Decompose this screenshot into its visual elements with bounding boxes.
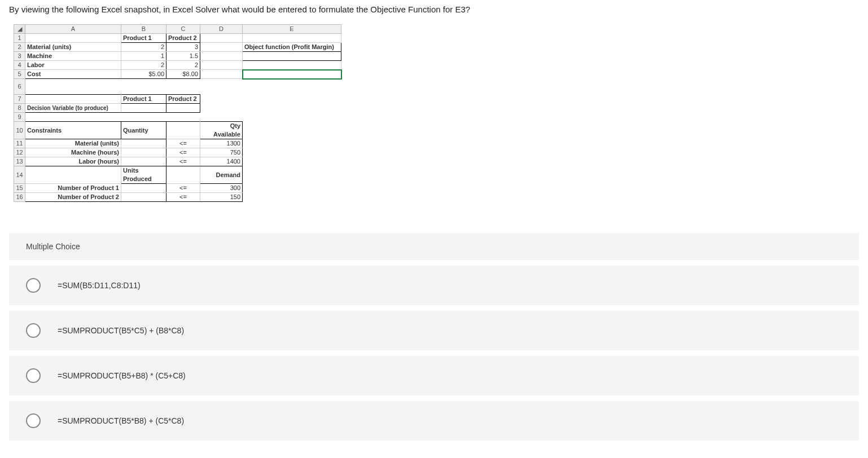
cell xyxy=(121,193,166,202)
option-text: =SUMPRODUCT(B5*C5) + (B8*C8) xyxy=(58,326,184,335)
cell: Product 1 xyxy=(121,95,166,104)
row-header: 5 xyxy=(14,70,25,79)
cell: 150 xyxy=(200,193,243,202)
cell: <= xyxy=(166,139,200,148)
cell: Product 1 xyxy=(121,34,166,43)
question-text: By viewing the following Excel snapshot,… xyxy=(9,5,859,14)
cell: Qty Available xyxy=(200,122,243,139)
cell: <= xyxy=(166,157,200,166)
cell xyxy=(121,79,166,95)
cell xyxy=(243,157,341,166)
col-header-e: E xyxy=(243,25,341,34)
cell xyxy=(166,104,200,113)
row-header: 15 xyxy=(14,184,25,193)
cell: 3 xyxy=(166,43,200,52)
cell xyxy=(200,95,243,104)
cell: 1300 xyxy=(200,139,243,148)
cell xyxy=(200,104,243,113)
cell xyxy=(243,193,341,202)
cell xyxy=(200,34,243,43)
cell xyxy=(121,184,166,193)
cell: Decision Variable (to produce) xyxy=(25,104,121,113)
cell xyxy=(243,34,341,43)
cell: Number of Product 1 xyxy=(25,184,121,193)
cell: 300 xyxy=(200,184,243,193)
col-header-a: A xyxy=(25,25,121,34)
cell xyxy=(200,70,243,79)
option-1[interactable]: =SUM(B5:D11,C8:D11) xyxy=(9,266,859,305)
cell: Labor xyxy=(25,61,121,70)
cell xyxy=(25,113,121,122)
option-2[interactable]: =SUMPRODUCT(B5*C5) + (B8*C8) xyxy=(9,311,859,350)
row-header: 9 xyxy=(14,113,25,122)
cell: Material (units) xyxy=(25,43,121,52)
row-header: 13 xyxy=(14,157,25,166)
cell: <= xyxy=(166,184,200,193)
cell: $5.00 xyxy=(121,70,166,79)
col-header-d: D xyxy=(200,25,243,34)
row-header: 14 xyxy=(14,166,25,184)
cell xyxy=(200,52,243,61)
row-header: 7 xyxy=(14,95,25,104)
cell: $8.00 xyxy=(166,70,200,79)
cell: 1400 xyxy=(200,157,243,166)
cell: Labor (hours) xyxy=(25,157,121,166)
row-header: 8 xyxy=(14,104,25,113)
cell: <= xyxy=(166,193,200,202)
cell xyxy=(200,61,243,70)
cell xyxy=(200,113,243,122)
cell xyxy=(243,104,341,113)
option-4[interactable]: =SUMPRODUCT(B5*B8) + (C5*C8) xyxy=(9,401,859,441)
cell: Product 2 xyxy=(166,34,200,43)
cell: 1.5 xyxy=(166,52,200,61)
row-header: 11 xyxy=(14,139,25,148)
cell xyxy=(25,166,121,184)
cell: Material (units) xyxy=(25,139,121,148)
row-header: 3 xyxy=(14,52,25,61)
option-text: =SUMPRODUCT(B5*B8) + (C5*C8) xyxy=(58,416,184,425)
selected-cell xyxy=(243,70,341,79)
radio-icon[interactable] xyxy=(26,413,41,428)
cell: 1 xyxy=(121,52,166,61)
cell xyxy=(25,79,121,95)
option-text: =SUMPRODUCT(B5+B8) * (C5+C8) xyxy=(58,371,186,380)
row-header: 16 xyxy=(14,193,25,202)
cell xyxy=(121,139,166,148)
radio-icon[interactable] xyxy=(26,323,41,338)
cell xyxy=(121,104,166,113)
cell xyxy=(166,122,200,139)
cell xyxy=(166,79,200,95)
cell xyxy=(243,52,341,61)
cell xyxy=(243,139,341,148)
cell xyxy=(243,113,341,122)
cell: Quantity xyxy=(121,122,166,139)
cell xyxy=(243,95,341,104)
cell: 2 xyxy=(166,61,200,70)
multiple-choice-header: Multiple Choice xyxy=(9,233,859,260)
cell xyxy=(25,34,121,43)
cell xyxy=(121,157,166,166)
cell xyxy=(166,166,200,184)
cell xyxy=(121,113,166,122)
radio-icon[interactable] xyxy=(26,278,41,293)
cell: Number of Product 2 xyxy=(25,193,121,202)
cell xyxy=(243,166,341,184)
cell: Demand xyxy=(200,166,243,184)
cell xyxy=(243,122,341,139)
cell xyxy=(25,95,121,104)
cell: Cost xyxy=(25,70,121,79)
cell: Machine xyxy=(25,52,121,61)
row-header: 2 xyxy=(14,43,25,52)
option-3[interactable]: =SUMPRODUCT(B5+B8) * (C5+C8) xyxy=(9,356,859,395)
cell xyxy=(243,79,341,95)
cell xyxy=(243,148,341,157)
cell: Constraints xyxy=(25,122,121,139)
radio-icon[interactable] xyxy=(26,368,41,383)
cell xyxy=(243,61,341,70)
cell: Machine (hours) xyxy=(25,148,121,157)
col-header-c: C xyxy=(166,25,200,34)
row-header: 4 xyxy=(14,61,25,70)
cell: 2 xyxy=(121,61,166,70)
cell xyxy=(200,79,243,95)
cell: <= xyxy=(166,148,200,157)
